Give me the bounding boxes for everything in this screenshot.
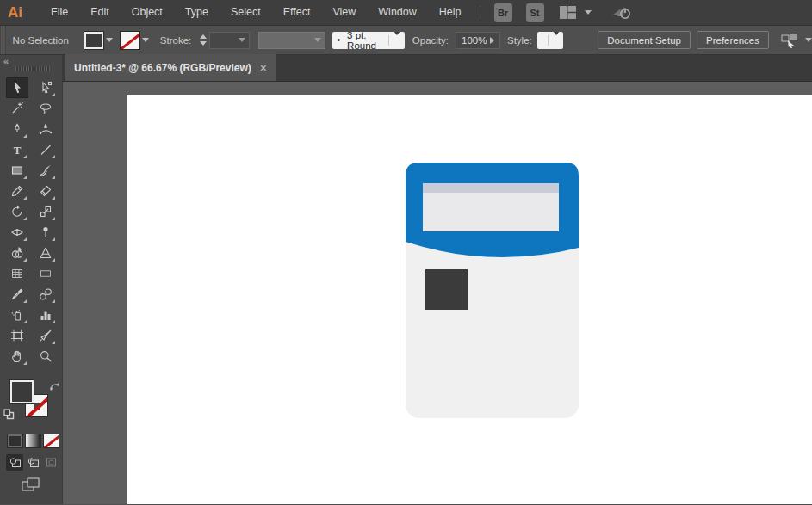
document-setup-button[interactable]: Document Setup [598, 31, 691, 49]
screen-mode-button[interactable] [0, 477, 62, 491]
draw-inside-button[interactable] [42, 454, 59, 471]
controlbar-grip[interactable] [0, 26, 6, 54]
menu-bar: Ai File Edit Object Type Select Effect V… [0, 0, 812, 26]
drawing-modes-row [0, 454, 62, 471]
menu-window[interactable]: Window [367, 0, 427, 25]
device-square[interactable] [425, 269, 468, 310]
tool-scale-button[interactable] [34, 201, 57, 222]
tool-shape-builder-button[interactable] [6, 243, 28, 263]
tool-paintbrush-button[interactable] [34, 160, 57, 181]
tools-grid: T [0, 74, 62, 366]
document-tab[interactable]: Untitled-3* @ 66.67% (RGB/Preview) × [65, 54, 276, 81]
brush-definition-combo[interactable]: • 3 pt. Round [332, 32, 405, 49]
tools-panel-header: « [0, 55, 62, 74]
workspace-chevron-icon[interactable] [585, 10, 592, 15]
tool-pen-button[interactable] [6, 119, 28, 139]
document-area: Untitled-3* @ 66.67% (RGB/Preview) × [63, 55, 812, 504]
tool-hand-button[interactable] [6, 346, 28, 366]
menu-edit[interactable]: Edit [79, 0, 121, 25]
tools-panel: « [0, 55, 63, 504]
menu-help[interactable]: Help [428, 0, 473, 25]
opacity-field[interactable]: 100% [456, 32, 500, 49]
arrange-documents-icon[interactable] [781, 33, 800, 48]
tool-artboard-button[interactable] [6, 325, 28, 346]
artwork[interactable] [397, 156, 595, 422]
collapse-panel-button[interactable]: « [3, 56, 8, 66]
tool-symbol-sprayer-button[interactable] [6, 305, 28, 325]
tool-perspective-grid-button[interactable] [34, 243, 57, 263]
tool-mesh-button[interactable] [6, 263, 28, 284]
brush-preview: • [332, 32, 346, 49]
preferences-button[interactable]: Preferences [697, 31, 769, 49]
menu-type[interactable]: Type [174, 0, 220, 25]
bridge-button[interactable]: Br [494, 3, 512, 22]
control-bar: No Selection Stroke: • 3 pt. Round Opaci… [0, 26, 812, 55]
style-combo[interactable] [537, 32, 564, 49]
stroke-chevron-icon[interactable] [139, 32, 152, 49]
fill-swatch[interactable] [10, 380, 34, 403]
document-tab-bar: Untitled-3* @ 66.67% (RGB/Preview) × [63, 55, 812, 82]
tool-rectangle-button[interactable] [6, 160, 28, 181]
tab-close-icon[interactable]: × [260, 62, 267, 74]
tool-shaper-button[interactable] [6, 181, 28, 201]
tools-panel-grip[interactable] [15, 66, 50, 71]
gradient-button[interactable] [25, 434, 41, 448]
tool-curvature-button[interactable] [34, 119, 57, 139]
device-screen-strip[interactable] [423, 183, 559, 193]
tool-direct-selection-button[interactable] [34, 77, 57, 98]
menu-object[interactable]: Object [121, 0, 174, 25]
style-swatch[interactable] [537, 32, 548, 49]
arrange-chevron-icon[interactable] [805, 38, 812, 42]
canvas-pasteboard[interactable] [63, 82, 812, 504]
draw-behind-button[interactable] [24, 454, 41, 471]
color-button[interactable] [7, 434, 23, 448]
tool-rotate-button[interactable] [6, 201, 28, 222]
fill-color-combo[interactable] [84, 32, 115, 49]
variable-width-profile-field[interactable] [258, 32, 325, 49]
fill-color-swatch[interactable] [84, 32, 103, 49]
stroke-label: Stroke: [160, 35, 191, 46]
menu-effect[interactable]: Effect [272, 0, 322, 25]
tool-lasso-button[interactable] [34, 98, 57, 119]
tool-type-button[interactable]: T [6, 139, 28, 160]
opacity-label: Opacity: [412, 35, 449, 46]
variable-width-chevron-icon[interactable] [311, 38, 325, 42]
tool-selection-button[interactable] [6, 77, 28, 98]
stock-button[interactable]: St [526, 3, 544, 22]
tool-eraser-button[interactable] [34, 181, 57, 201]
stroke-color-combo[interactable] [121, 32, 152, 49]
tool-column-graph-button[interactable] [34, 305, 57, 325]
tool-magic-wand-button[interactable] [6, 98, 28, 119]
none-button[interactable] [43, 434, 59, 448]
tool-puppet-warp-button[interactable] [34, 222, 57, 243]
stroke-weight-chevron-icon[interactable] [235, 38, 249, 42]
brush-chevron-icon[interactable] [388, 35, 405, 46]
opacity-value: 100% [462, 35, 487, 46]
style-chevron-icon[interactable] [548, 35, 564, 46]
tool-gradient-button[interactable] [34, 263, 57, 284]
fill-chevron-icon[interactable] [103, 32, 115, 49]
tool-width-button[interactable] [6, 222, 28, 243]
main-area: « [0, 55, 812, 504]
menubar-separator [480, 6, 480, 20]
tool-eyedropper-button[interactable] [6, 284, 28, 305]
swap-fill-stroke-icon[interactable] [49, 380, 60, 396]
opacity-arrow-icon[interactable] [490, 37, 494, 44]
menu-select[interactable]: Select [220, 0, 272, 25]
cc-sync-icon[interactable] [611, 5, 633, 21]
tool-slice-button[interactable] [34, 325, 57, 346]
color-mode-row [0, 434, 62, 448]
tool-zoom-button[interactable] [34, 346, 57, 366]
stroke-weight-field[interactable] [209, 32, 250, 49]
menu-file[interactable]: File [40, 0, 79, 25]
workspace-switcher-icon[interactable] [560, 6, 576, 19]
stroke-weight-stepper[interactable] [198, 32, 208, 49]
illustrator-window: Ai File Edit Object Type Select Effect V… [0, 0, 812, 505]
default-fill-stroke-icon[interactable] [3, 408, 15, 423]
draw-normal-button[interactable] [6, 454, 23, 471]
stroke-color-swatch[interactable] [121, 32, 139, 49]
tool-blend-button[interactable] [34, 284, 57, 305]
tool-line-segment-button[interactable] [34, 139, 57, 160]
menu-view[interactable]: View [321, 0, 367, 25]
artboard[interactable] [127, 95, 812, 504]
